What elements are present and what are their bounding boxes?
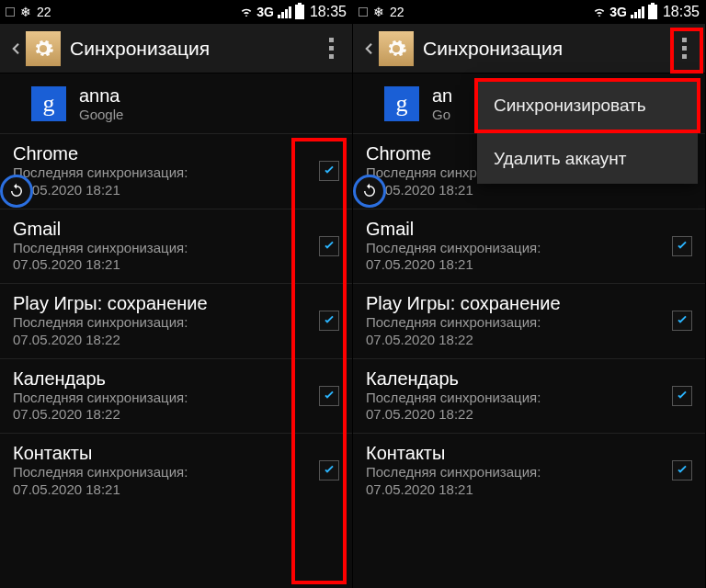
checkbox[interactable] <box>672 311 692 331</box>
item-sync-label: Последняя синхронизация: <box>13 240 188 255</box>
menu-remove-account[interactable]: Удалить аккаунт <box>477 134 698 184</box>
item-timestamp: 07.05.2020 18:21 <box>13 481 120 497</box>
checkbox[interactable] <box>672 386 692 406</box>
account-provider: Go <box>432 107 452 122</box>
sync-in-progress-icon <box>353 175 386 208</box>
status-placeholder-icon <box>6 7 15 17</box>
account-header[interactable]: g anna Google <box>0 74 352 134</box>
sync-item-gmail[interactable]: Gmail Последняя синхронизация:07.05.2020… <box>0 209 352 285</box>
phone-right: ❄ 22 3G 18:35 Синхронизация g an Go <box>353 0 706 588</box>
item-timestamp: 07.05.2020 18:22 <box>366 406 473 422</box>
item-timestamp: 07.05.2020 18:22 <box>13 406 120 422</box>
checkbox[interactable] <box>319 161 339 181</box>
wifi-icon <box>593 6 606 18</box>
checkbox[interactable] <box>319 386 339 406</box>
status-temp: 22 <box>37 5 51 19</box>
item-timestamp: 07.05.2020 18:22 <box>13 332 120 347</box>
item-sync-label: Последняя синхронизация: <box>13 314 188 330</box>
network-type: 3G <box>256 5 274 19</box>
item-sync-label: Последняя синхронизация: <box>366 464 541 480</box>
item-title: Chrome <box>13 143 319 164</box>
sync-list: Chrome Последняя синхронизация:07.05.202… <box>353 134 705 508</box>
status-time: 18:35 <box>310 4 347 20</box>
sync-item-calendar[interactable]: Календарь Последняя синхронизация:07.05.… <box>353 359 705 435</box>
status-bar: ❄ 22 3G 18:35 <box>0 0 352 24</box>
account-name: an <box>432 85 452 107</box>
item-timestamp: 07.05.2020 18:21 <box>366 481 473 497</box>
battery-icon <box>295 5 304 19</box>
item-title: Gmail <box>366 219 672 240</box>
sync-item-chrome[interactable]: Chrome Последняя синхронизация:07.05.202… <box>0 134 352 209</box>
item-timestamp: 07.05.2020 18:22 <box>366 332 473 347</box>
account-name: anna <box>79 85 123 107</box>
sync-item-gmail[interactable]: Gmail Последняя синхронизация:07.05.2020… <box>353 209 705 285</box>
item-sync-label: Последняя синхронизация: <box>366 314 541 330</box>
item-title: Gmail <box>13 219 319 240</box>
item-timestamp: 07.05.2020 18:21 <box>13 256 120 272</box>
item-sync-label: Последняя синхронизация: <box>366 240 541 255</box>
account-provider: Google <box>79 107 123 122</box>
overflow-menu-button[interactable] <box>670 30 698 67</box>
temperature-icon: ❄ <box>20 5 31 19</box>
page-title: Синхронизация <box>70 38 317 60</box>
sync-list: Chrome Последняя синхронизация:07.05.202… <box>0 134 352 508</box>
item-sync-label: Последняя синхронизация: <box>13 164 188 180</box>
item-title: Play Игры: сохранение <box>13 293 319 314</box>
wifi-icon <box>240 6 253 18</box>
signal-icon <box>631 6 644 18</box>
app-bar: Синхронизация <box>353 24 705 74</box>
sync-item-contacts[interactable]: Контакты Последняя синхронизация:07.05.2… <box>353 434 705 508</box>
status-bar: ❄ 22 3G 18:35 <box>353 0 705 24</box>
sync-in-progress-icon <box>0 175 33 208</box>
item-sync-label: Последняя синхронизация: <box>366 390 541 405</box>
item-title: Play Игры: сохранение <box>366 293 672 314</box>
status-temp: 22 <box>390 5 404 19</box>
checkbox[interactable] <box>672 236 692 256</box>
item-timestamp: 07.05.2020 18:21 <box>366 256 473 272</box>
signal-icon <box>278 6 291 18</box>
settings-app-icon <box>379 31 414 66</box>
google-icon: g <box>31 86 66 121</box>
back-icon[interactable] <box>7 40 24 57</box>
checkbox[interactable] <box>672 460 692 481</box>
back-icon[interactable] <box>360 40 377 57</box>
status-placeholder-icon <box>359 7 368 17</box>
overflow-popup-menu: Синхронизировать Удалить аккаунт <box>477 81 698 184</box>
phone-left: ❄ 22 3G 18:35 Синхронизация g anna Googl… <box>0 0 353 588</box>
page-title: Синхронизация <box>423 38 670 60</box>
sync-item-calendar[interactable]: Календарь Последняя синхронизация:07.05.… <box>0 359 352 435</box>
sync-item-contacts[interactable]: Контакты Последняя синхронизация:07.05.2… <box>0 434 352 508</box>
item-title: Контакты <box>13 443 319 464</box>
overflow-menu-button[interactable] <box>317 30 345 67</box>
checkbox[interactable] <box>319 311 339 331</box>
battery-icon <box>648 5 657 19</box>
item-sync-label: Последняя синхронизация: <box>13 464 188 480</box>
temperature-icon: ❄ <box>373 5 384 19</box>
app-bar: Синхронизация <box>0 24 352 74</box>
sync-item-play-games[interactable]: Play Игры: сохранение Последняя синхрони… <box>0 284 352 359</box>
checkbox[interactable] <box>319 236 339 256</box>
menu-sync-now[interactable]: Синхронизировать <box>477 81 698 130</box>
sync-item-play-games[interactable]: Play Игры: сохранение Последняя синхрони… <box>353 284 705 359</box>
network-type: 3G <box>609 5 627 19</box>
status-time: 18:35 <box>663 4 700 20</box>
settings-app-icon <box>26 31 61 66</box>
item-title: Календарь <box>366 368 672 390</box>
item-sync-label: Последняя синхронизация: <box>13 390 188 405</box>
item-title: Календарь <box>13 368 319 390</box>
google-icon: g <box>384 86 419 121</box>
checkbox[interactable] <box>319 460 339 481</box>
item-title: Контакты <box>366 443 672 464</box>
